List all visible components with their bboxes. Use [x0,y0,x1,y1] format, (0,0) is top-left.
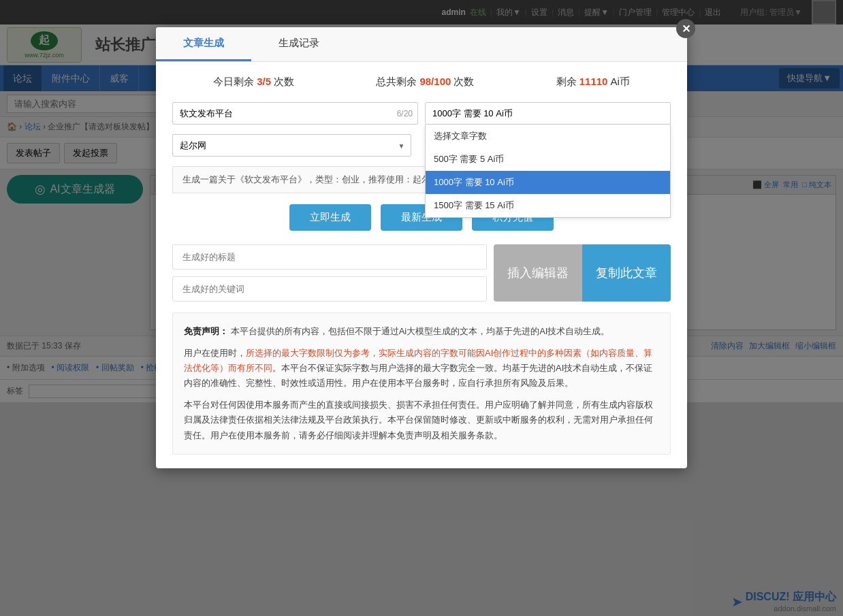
disclaimer-section: 免责声明： 本平台提供的所有内容，包括但不限于通过Ai大模型生成的文本，均基于先… [172,312,671,455]
word-count-wrapper: 选择文章字数 500字 需要 5 Ai币 1000字 需要 10 Ai币 150… [425,102,671,125]
word-count-dropdown: 选择文章字数 500字 需要 5 Ai币 1000字 需要 10 Ai币 150… [425,125,671,218]
generate-btn[interactable]: 立即生成 [289,204,371,231]
word-count-select[interactable]: 选择文章字数 500字 需要 5 Ai币 1000字 需要 10 Ai币 150… [425,102,671,125]
disclaimer-text3: 本平台对任何因使用本服务而产生的直接或间接损失、损害不承担任何责任。用户应明确了… [184,398,659,442]
gen-keywords-input[interactable] [172,276,487,302]
platform-input-wrapper: 6/20 [172,102,418,125]
option-500[interactable]: 500字 需要 5 Ai币 [426,148,670,171]
disclaimer-text2-pre: 用户在使用时， [184,348,246,358]
generated-fields [172,244,487,302]
option-1000[interactable]: 1000字 需要 10 Ai币 [426,171,670,194]
disclaimer-title: 免责声明： [184,326,228,336]
char-count: 6/20 [397,109,413,118]
modal-close-btn[interactable]: ✕ [676,19,695,38]
platform-select[interactable]: 起尔网 其他平台 [172,134,411,157]
disclaimer-title-text: 免责声明： 本平台提供的所有内容，包括但不限于通过Ai大模型生成的文本，均基于先… [184,324,659,339]
form-row-1: 6/20 选择文章字数 500字 需要 5 Ai币 1000字 需要 10 Ai… [172,102,671,125]
insert-btn[interactable]: 插入编辑器 [494,244,582,302]
article-modal: ✕ 文章生成 生成记录 今日剩余 3/5 次数 总共剩余 98/100 次数 剩… [156,27,687,468]
modal-overlay: ✕ 文章生成 生成记录 今日剩余 3/5 次数 总共剩余 98/100 次数 剩… [0,0,843,616]
disclaimer-text2: 用户在使用时，所选择的最大字数限制仅为参考，实际生成内容的字数可能因AI创作过程… [184,346,659,391]
platform-input[interactable] [172,102,418,125]
balance-stat: 剩余 11110 Ai币 [556,76,630,88]
stats-row: 今日剩余 3/5 次数 总共剩余 98/100 次数 剩余 11110 Ai币 [172,76,671,88]
generated-section: 插入编辑器 复制此文章 [172,244,671,302]
option-1500[interactable]: 1500字 需要 15 Ai币 [426,194,670,217]
total-stat: 总共剩余 98/100 次数 [376,76,474,88]
platform-select-wrapper: 起尔网 其他平台 ▼ [172,134,411,157]
gen-title-input[interactable] [172,244,487,270]
modal-tabs: 文章生成 生成记录 [156,27,687,62]
disclaimer-text1: 本平台提供的所有内容，包括但不限于通过Ai大模型生成的文本，均基于先进的AI技术… [231,326,610,336]
tab-history[interactable]: 生成记录 [251,27,347,61]
today-value: 3/5 [257,76,271,87]
modal-body: 今日剩余 3/5 次数 总共剩余 98/100 次数 剩余 11110 Ai币 … [156,62,687,468]
option-placeholder[interactable]: 选择文章字数 [426,125,670,148]
copy-btn[interactable]: 复制此文章 [582,244,671,302]
total-value: 98/100 [419,76,451,87]
tab-generate[interactable]: 文章生成 [156,27,251,61]
balance-value: 11110 [579,76,608,87]
insert-copy-btns: 插入编辑器 复制此文章 [494,244,671,302]
today-stat: 今日剩余 3/5 次数 [213,76,294,88]
